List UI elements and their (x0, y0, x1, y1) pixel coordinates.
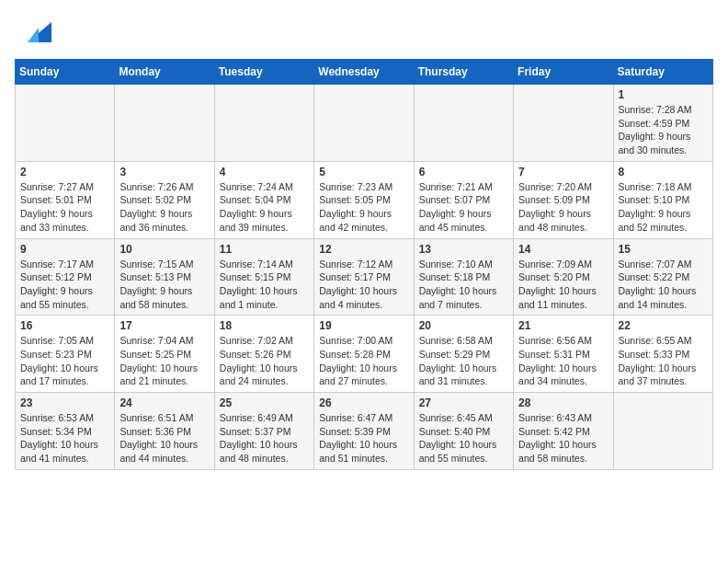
day-number: 20 (419, 319, 508, 332)
calendar-cell: 1Sunrise: 7:28 AM Sunset: 4:59 PM Daylig… (613, 85, 712, 162)
day-info: Sunrise: 7:21 AM Sunset: 5:07 PM Dayligh… (419, 180, 508, 235)
weekday-header-saturday: Saturday (613, 60, 712, 85)
day-info: Sunrise: 7:12 AM Sunset: 5:17 PM Dayligh… (319, 258, 408, 312)
day-info: Sunrise: 6:53 AM Sunset: 5:34 PM Dayligh… (20, 411, 109, 465)
day-number: 4 (220, 166, 309, 178)
day-number: 1 (619, 88, 708, 101)
day-info: Sunrise: 7:14 AM Sunset: 5:15 PM Dayligh… (220, 258, 309, 312)
day-number: 19 (319, 319, 408, 332)
calendar-cell: 9Sunrise: 7:17 AM Sunset: 5:12 PM Daylig… (16, 238, 115, 316)
calendar-cell (514, 85, 613, 162)
calendar-cell: 28Sunrise: 6:43 AM Sunset: 5:42 PM Dayli… (514, 393, 613, 470)
calendar-cell: 16Sunrise: 7:05 AM Sunset: 5:23 PM Dayli… (16, 316, 115, 393)
day-info: Sunrise: 7:02 AM Sunset: 5:26 PM Dayligh… (220, 334, 309, 388)
day-info: Sunrise: 7:17 AM Sunset: 5:12 PM Dayligh… (20, 258, 109, 312)
day-info: Sunrise: 6:43 AM Sunset: 5:42 PM Dayligh… (518, 411, 608, 465)
day-number: 27 (419, 396, 508, 409)
day-number: 3 (119, 166, 209, 178)
calendar-cell: 18Sunrise: 7:02 AM Sunset: 5:26 PM Dayli… (214, 316, 313, 393)
day-number: 28 (518, 396, 608, 409)
calendar-cell: 4Sunrise: 7:24 AM Sunset: 5:04 PM Daylig… (214, 161, 313, 238)
calendar-cell: 3Sunrise: 7:26 AM Sunset: 5:02 PM Daylig… (115, 161, 214, 238)
week-row-5: 23Sunrise: 6:53 AM Sunset: 5:34 PM Dayli… (16, 393, 713, 470)
day-info: Sunrise: 7:18 AM Sunset: 5:10 PM Dayligh… (619, 180, 708, 235)
calendar-cell: 7Sunrise: 7:20 AM Sunset: 5:09 PM Daylig… (514, 161, 613, 238)
calendar-cell: 27Sunrise: 6:45 AM Sunset: 5:40 PM Dayli… (414, 393, 513, 470)
day-info: Sunrise: 7:07 AM Sunset: 5:22 PM Dayligh… (619, 258, 708, 312)
calendar-cell: 12Sunrise: 7:12 AM Sunset: 5:17 PM Dayli… (314, 238, 414, 316)
day-number: 24 (119, 396, 209, 409)
day-info: Sunrise: 7:26 AM Sunset: 5:02 PM Dayligh… (119, 180, 209, 235)
calendar-cell: 2Sunrise: 7:27 AM Sunset: 5:01 PM Daylig… (16, 161, 115, 238)
day-info: Sunrise: 7:28 AM Sunset: 4:59 PM Dayligh… (619, 103, 708, 157)
calendar-cell (613, 393, 712, 470)
day-info: Sunrise: 6:45 AM Sunset: 5:40 PM Dayligh… (419, 411, 508, 465)
day-info: Sunrise: 7:10 AM Sunset: 5:18 PM Dayligh… (419, 258, 508, 312)
day-info: Sunrise: 7:05 AM Sunset: 5:23 PM Dayligh… (20, 334, 109, 388)
calendar-cell: 23Sunrise: 6:53 AM Sunset: 5:34 PM Dayli… (16, 393, 115, 470)
weekday-header-wednesday: Wednesday (314, 60, 414, 85)
weekday-header-tuesday: Tuesday (214, 60, 313, 85)
calendar-cell (16, 85, 115, 162)
weekday-header-monday: Monday (115, 60, 214, 85)
day-info: Sunrise: 7:20 AM Sunset: 5:09 PM Dayligh… (518, 180, 608, 235)
weekday-header-row: SundayMondayTuesdayWednesdayThursdayFrid… (16, 60, 713, 85)
week-row-1: 1Sunrise: 7:28 AM Sunset: 4:59 PM Daylig… (16, 85, 713, 162)
day-info: Sunrise: 6:56 AM Sunset: 5:31 PM Dayligh… (518, 334, 608, 388)
weekday-header-sunday: Sunday (16, 60, 115, 85)
calendar-cell: 6Sunrise: 7:21 AM Sunset: 5:07 PM Daylig… (414, 161, 513, 238)
day-info: Sunrise: 7:23 AM Sunset: 5:05 PM Dayligh… (319, 180, 408, 235)
calendar-cell: 22Sunrise: 6:55 AM Sunset: 5:33 PM Dayli… (613, 316, 712, 393)
week-row-3: 9Sunrise: 7:17 AM Sunset: 5:12 PM Daylig… (16, 238, 713, 316)
calendar-cell: 15Sunrise: 7:07 AM Sunset: 5:22 PM Dayli… (613, 238, 712, 316)
day-number: 8 (619, 166, 708, 178)
calendar-cell: 11Sunrise: 7:14 AM Sunset: 5:15 PM Dayli… (214, 238, 313, 316)
day-info: Sunrise: 6:49 AM Sunset: 5:37 PM Dayligh… (220, 411, 309, 465)
day-number: 11 (220, 243, 309, 256)
calendar-cell: 8Sunrise: 7:18 AM Sunset: 5:10 PM Daylig… (613, 161, 712, 238)
day-number: 21 (518, 319, 608, 332)
day-number: 14 (518, 243, 608, 256)
day-number: 5 (319, 166, 408, 178)
weekday-header-thursday: Thursday (414, 60, 513, 85)
calendar-cell (314, 85, 414, 162)
calendar-cell: 20Sunrise: 6:58 AM Sunset: 5:29 PM Dayli… (414, 316, 513, 393)
day-info: Sunrise: 7:27 AM Sunset: 5:01 PM Dayligh… (20, 180, 109, 235)
page-header (15, 15, 713, 48)
calendar-cell: 13Sunrise: 7:10 AM Sunset: 5:18 PM Dayli… (414, 238, 513, 316)
day-number: 13 (419, 243, 508, 256)
week-row-2: 2Sunrise: 7:27 AM Sunset: 5:01 PM Daylig… (16, 161, 713, 238)
day-number: 16 (20, 319, 109, 332)
calendar-cell: 21Sunrise: 6:56 AM Sunset: 5:31 PM Dayli… (514, 316, 613, 393)
day-info: Sunrise: 7:24 AM Sunset: 5:04 PM Dayligh… (220, 180, 309, 235)
day-number: 10 (119, 243, 209, 256)
day-number: 15 (619, 243, 708, 256)
day-number: 2 (20, 166, 109, 178)
calendar-cell (214, 85, 313, 162)
day-number: 9 (20, 243, 109, 256)
day-info: Sunrise: 7:09 AM Sunset: 5:20 PM Dayligh… (518, 258, 608, 312)
weekday-header-friday: Friday (514, 60, 613, 85)
calendar-cell: 5Sunrise: 7:23 AM Sunset: 5:05 PM Daylig… (314, 161, 414, 238)
day-info: Sunrise: 6:51 AM Sunset: 5:36 PM Dayligh… (119, 411, 209, 465)
logo (15, 15, 51, 48)
week-row-4: 16Sunrise: 7:05 AM Sunset: 5:23 PM Dayli… (16, 316, 713, 393)
day-info: Sunrise: 7:15 AM Sunset: 5:13 PM Dayligh… (119, 258, 209, 312)
day-number: 26 (319, 396, 408, 409)
day-number: 25 (220, 396, 309, 409)
calendar-cell: 10Sunrise: 7:15 AM Sunset: 5:13 PM Dayli… (115, 238, 214, 316)
day-info: Sunrise: 6:47 AM Sunset: 5:39 PM Dayligh… (319, 411, 408, 465)
svg-marker-1 (28, 28, 39, 42)
day-number: 18 (220, 319, 309, 332)
day-number: 12 (319, 243, 408, 256)
day-info: Sunrise: 7:00 AM Sunset: 5:28 PM Dayligh… (319, 334, 408, 388)
day-number: 6 (419, 166, 508, 178)
calendar-cell: 19Sunrise: 7:00 AM Sunset: 5:28 PM Dayli… (314, 316, 414, 393)
calendar-cell (414, 85, 513, 162)
day-number: 22 (619, 319, 708, 332)
calendar-cell: 26Sunrise: 6:47 AM Sunset: 5:39 PM Dayli… (314, 393, 414, 470)
day-info: Sunrise: 6:55 AM Sunset: 5:33 PM Dayligh… (619, 334, 708, 388)
calendar-cell (115, 85, 214, 162)
calendar-cell: 24Sunrise: 6:51 AM Sunset: 5:36 PM Dayli… (115, 393, 214, 470)
calendar-cell: 17Sunrise: 7:04 AM Sunset: 5:25 PM Dayli… (115, 316, 214, 393)
